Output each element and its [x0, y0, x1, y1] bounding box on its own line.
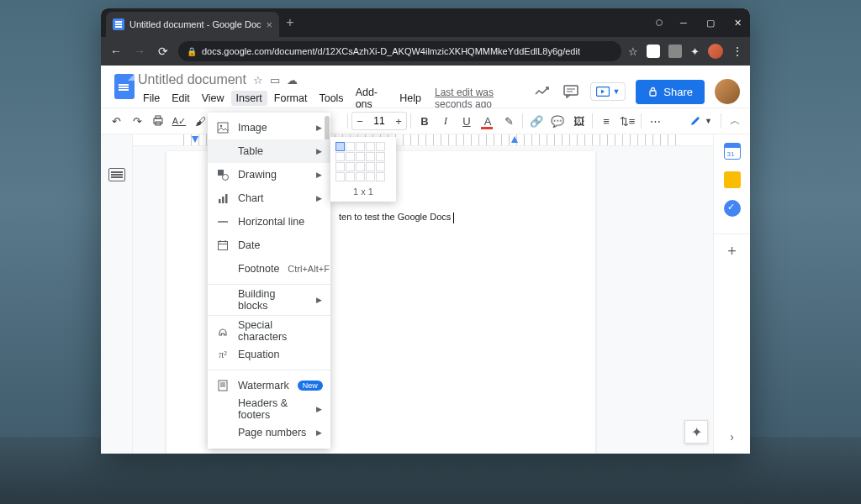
insert-special-characters[interactable]: Special characters	[208, 319, 330, 343]
activity-icon[interactable]	[533, 82, 552, 101]
profile-avatar-small[interactable]	[708, 44, 723, 59]
table-cell[interactable]	[356, 152, 365, 161]
menu-insert[interactable]: Insert	[231, 91, 267, 106]
new-tab-button[interactable]: +	[286, 15, 293, 30]
highlight-button[interactable]: ✎	[499, 111, 519, 131]
align-button[interactable]: ≡	[596, 111, 616, 131]
nav-reload-button[interactable]: ⟳	[155, 43, 172, 60]
insert-image-button[interactable]: 🖼	[568, 111, 589, 131]
document-text[interactable]: ten to test the Google Docs	[339, 210, 553, 224]
present-button[interactable]: ▼	[590, 82, 626, 101]
spellcheck-button[interactable]: A✓	[169, 111, 189, 131]
insert-watermark[interactable]: WatermarkNew	[208, 374, 330, 397]
insert-chart[interactable]: Chart▶	[208, 186, 330, 210]
table-cell[interactable]	[366, 172, 375, 181]
font-size-control[interactable]: − +	[351, 112, 407, 130]
bold-button[interactable]: B	[415, 111, 435, 131]
insert-table[interactable]: Table▶	[208, 139, 330, 163]
collapse-sidepanel-icon[interactable]: ›	[730, 430, 734, 444]
menu-item-label: Image	[238, 122, 308, 134]
extension-2-icon[interactable]	[668, 45, 682, 58]
menu-view[interactable]: View	[197, 91, 230, 106]
window-close-button[interactable]: ✕	[725, 11, 750, 34]
account-indicator-icon[interactable]	[656, 19, 663, 26]
insert-image[interactable]: Image▶	[208, 116, 330, 139]
browser-menu-icon[interactable]: ⋮	[732, 45, 743, 58]
explore-button[interactable]: ✦	[684, 420, 708, 444]
table-cell[interactable]	[346, 142, 355, 151]
line-spacing-button[interactable]: ⇅≡	[617, 111, 637, 131]
editing-mode-button[interactable]: ▼	[684, 113, 717, 129]
menu-format[interactable]: Format	[269, 91, 313, 106]
window-maximize-button[interactable]: ▢	[698, 11, 723, 34]
toolbar-more-button[interactable]: ⋯	[645, 111, 665, 131]
browser-tab[interactable]: Untitled document - Google Doc ×	[106, 12, 279, 37]
italic-button[interactable]: I	[436, 111, 456, 131]
insert-date[interactable]: Date	[208, 234, 330, 257]
docs-logo-icon[interactable]	[111, 71, 138, 104]
extensions-puzzle-icon[interactable]: ✦	[690, 45, 700, 58]
table-cell[interactable]	[335, 172, 345, 181]
get-addons-icon[interactable]: +	[714, 234, 750, 260]
table-cell[interactable]	[366, 162, 375, 171]
font-size-input[interactable]	[369, 115, 389, 127]
address-bar[interactable]: 🔒 docs.google.com/document/d/12XCsAzhXi-…	[178, 41, 621, 61]
extension-1-icon[interactable]	[647, 45, 660, 58]
insert-break[interactable]: Break▶	[208, 444, 330, 449]
table-cell[interactable]	[366, 142, 375, 151]
menu-tools[interactable]: Tools	[314, 91, 348, 106]
last-edit-link[interactable]: Last edit was seconds ago	[435, 87, 533, 110]
table-cell[interactable]	[376, 162, 385, 171]
insert-comment-button[interactable]: 💬	[547, 111, 568, 131]
table-cell[interactable]	[376, 152, 385, 161]
table-cell[interactable]	[356, 142, 365, 151]
tasks-addon-icon[interactable]	[724, 200, 741, 217]
comments-icon[interactable]	[562, 82, 580, 101]
table-cell[interactable]	[356, 172, 365, 181]
font-size-increase[interactable]: +	[391, 115, 406, 128]
font-size-decrease[interactable]: −	[352, 115, 367, 128]
cloud-status-icon[interactable]: ☁	[287, 74, 298, 87]
insert-horizontal-line[interactable]: Horizontal line	[208, 210, 330, 234]
doc-title-input[interactable]: Untitled document	[138, 72, 246, 87]
redo-button[interactable]: ↷	[127, 111, 147, 131]
table-grid[interactable]	[335, 142, 391, 181]
menu-edit[interactable]: Edit	[166, 91, 195, 106]
calendar-addon-icon[interactable]	[724, 143, 741, 160]
table-cell[interactable]	[335, 152, 345, 161]
table-cell[interactable]	[346, 172, 355, 181]
insert-link-button[interactable]: 🔗	[526, 111, 547, 131]
print-button[interactable]	[148, 111, 168, 131]
share-button[interactable]: Share	[636, 80, 705, 104]
collapse-toolbar-button[interactable]: ︿	[725, 111, 745, 131]
outline-toggle-icon[interactable]	[108, 168, 125, 181]
table-cell[interactable]	[335, 162, 345, 171]
insert-footnote[interactable]: FootnoteCtrl+Alt+F	[208, 257, 330, 281]
undo-button[interactable]: ↶	[106, 111, 126, 131]
table-cell[interactable]	[335, 142, 345, 151]
underline-button[interactable]: U	[457, 111, 477, 131]
menu-file[interactable]: File	[138, 91, 165, 106]
text-color-button[interactable]: A	[478, 111, 498, 131]
window-minimize-button[interactable]: ─	[671, 11, 696, 34]
menu-help[interactable]: Help	[394, 91, 426, 106]
insert-equation[interactable]: π²Equation	[208, 343, 330, 366]
table-cell[interactable]	[376, 142, 385, 151]
tab-close-icon[interactable]: ×	[267, 18, 273, 31]
table-cell[interactable]	[366, 152, 375, 161]
nav-forward-button[interactable]: →	[131, 43, 148, 60]
table-cell[interactable]	[356, 162, 365, 171]
keep-addon-icon[interactable]	[724, 171, 741, 188]
table-cell[interactable]	[376, 172, 385, 181]
insert-building-blocks[interactable]: Building blocks▶	[208, 288, 330, 312]
insert-headers-footers[interactable]: Headers & footers▶	[208, 397, 330, 421]
table-cell[interactable]	[346, 162, 355, 171]
nav-back-button[interactable]: ←	[108, 43, 124, 60]
insert-page-numbers[interactable]: Page numbers▶	[208, 421, 330, 444]
star-doc-icon[interactable]: ☆	[253, 74, 263, 87]
table-cell[interactable]	[346, 152, 355, 161]
move-doc-icon[interactable]: ▭	[270, 74, 280, 87]
insert-drawing[interactable]: Drawing▶	[208, 163, 330, 186]
user-avatar[interactable]	[715, 79, 740, 104]
bookmark-star-icon[interactable]: ☆	[628, 45, 638, 58]
